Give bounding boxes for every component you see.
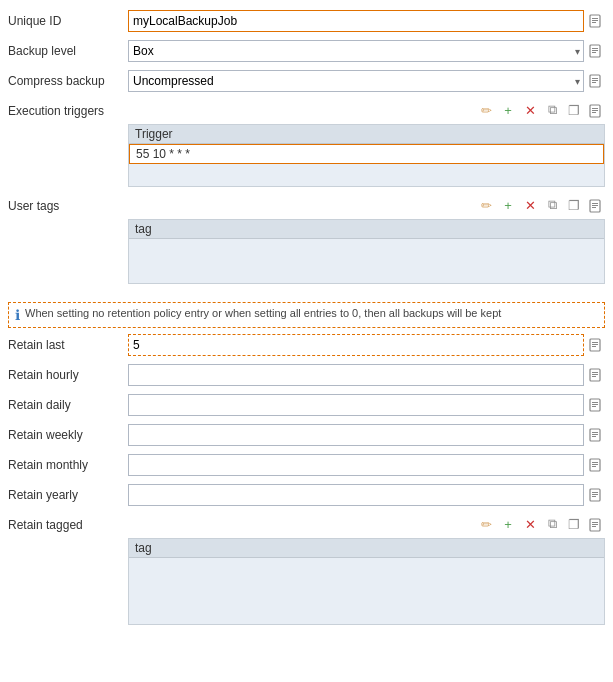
triggers-table-empty bbox=[129, 164, 604, 186]
unique-id-row: Unique ID bbox=[8, 10, 605, 34]
retain-monthly-label: Retain monthly bbox=[8, 454, 128, 472]
svg-rect-23 bbox=[592, 346, 596, 347]
backup-level-label: Backup level bbox=[8, 40, 128, 58]
retain-tagged-label: Retain tagged bbox=[8, 514, 128, 532]
retain-yearly-label: Retain yearly bbox=[8, 484, 128, 502]
retain-last-input[interactable] bbox=[128, 334, 584, 356]
retain-tagged-icon[interactable] bbox=[587, 514, 605, 536]
svg-rect-38 bbox=[592, 464, 598, 465]
retain-monthly-icon[interactable] bbox=[587, 454, 605, 476]
triggers-add-btn[interactable]: + bbox=[498, 100, 518, 120]
retain-last-row: Retain last bbox=[8, 334, 605, 358]
retain-hourly-label: Retain hourly bbox=[8, 364, 128, 382]
triggers-edit-btn[interactable]: ✏ bbox=[476, 100, 496, 120]
svg-rect-14 bbox=[592, 110, 598, 111]
svg-rect-18 bbox=[592, 205, 598, 206]
usertags-icon[interactable] bbox=[587, 195, 605, 217]
usertags-paste-btn[interactable]: ❐ bbox=[564, 195, 584, 215]
retain-tagged-table-header: tag bbox=[129, 539, 604, 558]
svg-rect-39 bbox=[592, 466, 596, 467]
backup-level-select[interactable]: Box File Incremental bbox=[128, 40, 584, 62]
svg-rect-31 bbox=[592, 406, 596, 407]
unique-id-input[interactable] bbox=[128, 10, 584, 32]
svg-rect-27 bbox=[592, 376, 596, 377]
retain-tagged-edit-btn[interactable]: ✏ bbox=[476, 514, 496, 534]
svg-rect-5 bbox=[592, 48, 598, 49]
unique-id-label: Unique ID bbox=[8, 10, 128, 28]
svg-rect-37 bbox=[592, 462, 598, 463]
retain-tagged-add-btn[interactable]: + bbox=[498, 514, 518, 534]
svg-rect-9 bbox=[592, 78, 598, 79]
usertags-delete-btn[interactable]: ✕ bbox=[520, 195, 540, 215]
retain-last-icon[interactable] bbox=[587, 334, 605, 356]
retain-last-label: Retain last bbox=[8, 334, 128, 352]
svg-rect-1 bbox=[592, 18, 598, 19]
retain-tagged-empty-1 bbox=[129, 558, 604, 580]
user-tags-label: User tags bbox=[8, 195, 128, 213]
svg-rect-25 bbox=[592, 372, 598, 373]
retain-daily-label: Retain daily bbox=[8, 394, 128, 412]
triggers-delete-btn[interactable]: ✕ bbox=[520, 100, 540, 120]
svg-rect-35 bbox=[592, 436, 596, 437]
svg-rect-33 bbox=[592, 432, 598, 433]
retain-hourly-icon[interactable] bbox=[587, 364, 605, 386]
retain-hourly-input[interactable] bbox=[128, 364, 584, 386]
retain-tagged-delete-btn[interactable]: ✕ bbox=[520, 514, 540, 534]
unique-id-icon[interactable] bbox=[587, 10, 605, 32]
svg-rect-45 bbox=[592, 522, 598, 523]
backup-level-row: Backup level Box File Incremental ▾ bbox=[8, 40, 605, 64]
triggers-icon[interactable] bbox=[587, 100, 605, 122]
retention-info-text: When setting no retention policy entry o… bbox=[25, 307, 501, 319]
triggers-table-header: Trigger bbox=[129, 125, 604, 144]
execution-triggers-label: Execution triggers bbox=[8, 100, 128, 118]
svg-rect-46 bbox=[592, 524, 598, 525]
triggers-table-row[interactable]: 55 10 * * * bbox=[129, 144, 604, 164]
retain-weekly-label: Retain weekly bbox=[8, 424, 128, 442]
triggers-table: Trigger 55 10 * * * bbox=[128, 124, 605, 187]
user-tags-row: User tags ✏ + ✕ ⧉ ❐ tag bbox=[8, 195, 605, 286]
retain-monthly-row: Retain monthly bbox=[8, 454, 605, 478]
svg-rect-21 bbox=[592, 342, 598, 343]
svg-rect-13 bbox=[592, 108, 598, 109]
retain-daily-input[interactable] bbox=[128, 394, 584, 416]
svg-rect-22 bbox=[592, 344, 598, 345]
svg-rect-19 bbox=[592, 207, 596, 208]
retain-tagged-empty-3 bbox=[129, 602, 604, 624]
triggers-paste-btn[interactable]: ❐ bbox=[564, 100, 584, 120]
retain-tagged-paste-btn[interactable]: ❐ bbox=[564, 514, 584, 534]
backup-level-icon[interactable] bbox=[587, 40, 605, 62]
svg-rect-26 bbox=[592, 374, 598, 375]
retain-weekly-row: Retain weekly bbox=[8, 424, 605, 448]
retain-daily-icon[interactable] bbox=[587, 394, 605, 416]
retain-tagged-table: tag bbox=[128, 538, 605, 625]
usertags-copy-btn[interactable]: ⧉ bbox=[542, 195, 562, 215]
svg-rect-10 bbox=[592, 80, 598, 81]
retain-yearly-row: Retain yearly bbox=[8, 484, 605, 508]
usertags-table-empty-2 bbox=[129, 261, 604, 283]
usertags-table-empty-1 bbox=[129, 239, 604, 261]
retain-daily-row: Retain daily bbox=[8, 394, 605, 418]
svg-rect-15 bbox=[592, 112, 596, 113]
usertags-add-btn[interactable]: + bbox=[498, 195, 518, 215]
retain-yearly-icon[interactable] bbox=[587, 484, 605, 506]
retention-info-box: ℹ When setting no retention policy entry… bbox=[8, 302, 605, 328]
compress-backup-icon[interactable] bbox=[587, 70, 605, 92]
usertags-table: tag bbox=[128, 219, 605, 284]
compress-backup-row: Compress backup Uncompressed Compressed … bbox=[8, 70, 605, 94]
svg-rect-11 bbox=[592, 82, 596, 83]
retain-tagged-copy-btn[interactable]: ⧉ bbox=[542, 514, 562, 534]
compress-backup-select[interactable]: Uncompressed Compressed bbox=[128, 70, 584, 92]
svg-rect-30 bbox=[592, 404, 598, 405]
svg-rect-2 bbox=[592, 20, 598, 21]
retain-tagged-row: Retain tagged ✏ + ✕ ⧉ ❐ tag bbox=[8, 514, 605, 627]
retain-weekly-icon[interactable] bbox=[587, 424, 605, 446]
info-icon: ℹ bbox=[15, 307, 20, 323]
retain-yearly-input[interactable] bbox=[128, 484, 584, 506]
retain-monthly-input[interactable] bbox=[128, 454, 584, 476]
retain-weekly-input[interactable] bbox=[128, 424, 584, 446]
triggers-copy-btn[interactable]: ⧉ bbox=[542, 100, 562, 120]
usertags-edit-btn[interactable]: ✏ bbox=[476, 195, 496, 215]
retain-hourly-row: Retain hourly bbox=[8, 364, 605, 388]
retain-tagged-empty-2 bbox=[129, 580, 604, 602]
svg-rect-42 bbox=[592, 494, 598, 495]
